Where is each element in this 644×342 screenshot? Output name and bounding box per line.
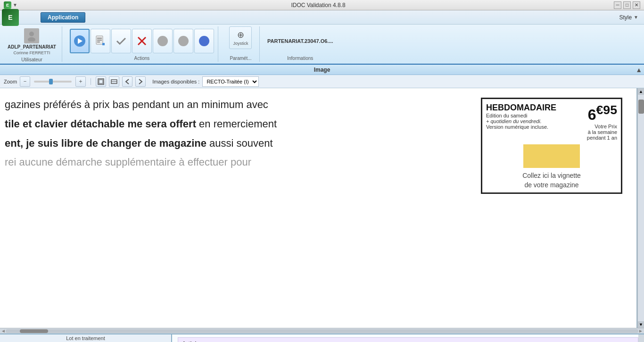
- menu-bar: E Application Style ▼: [0, 10, 644, 25]
- informations-section: PARTENARIAT.23047.O6.... Informations: [264, 26, 337, 62]
- advert-votre-prix: Votre Prix: [587, 124, 617, 129]
- reject-button[interactable]: [132, 29, 152, 53]
- fit-page-icon: [98, 78, 104, 85]
- image-section-title: Image: [314, 67, 330, 73]
- svg-point-1: [28, 37, 35, 42]
- images-available-label: Images disponibles :: [152, 79, 199, 84]
- minimize-button[interactable]: ─: [614, 1, 621, 9]
- divider1: [91, 78, 91, 85]
- image-toolbar: Zoom － ＋ Images disponibles : RECTO-Trai…: [0, 75, 644, 88]
- back-button[interactable]: [122, 76, 132, 87]
- forward-nav-icon: [137, 78, 144, 85]
- style-arrow: ▼: [634, 15, 638, 20]
- fit-width-button[interactable]: [109, 76, 119, 87]
- back-icon: [124, 78, 131, 85]
- scroll-up-button[interactable]: ▲: [638, 88, 644, 95]
- doc-line3: ent, je suis libre de changer de magazin…: [5, 136, 420, 151]
- maximize-button[interactable]: □: [623, 1, 631, 9]
- vertical-scrollbar[interactable]: ▲ ▼: [637, 88, 644, 328]
- forward-button[interactable]: [70, 29, 90, 53]
- doc-line2: tile et clavier détachable me sera offer…: [5, 117, 420, 132]
- zoom-out-button[interactable]: －: [20, 76, 30, 87]
- advert-votre-semaine: à la semaine: [587, 129, 617, 135]
- user-sub: Corinne FERRETTI: [13, 50, 50, 55]
- informations-label: Informations: [287, 56, 313, 62]
- joystick-label: Joystick: [233, 41, 248, 46]
- ribbon: ADLP_PARTENARIAT Corinne FERRETTI Utilis…: [0, 25, 644, 65]
- params-label: Paramét...: [230, 56, 251, 62]
- document-button[interactable]: [91, 29, 110, 53]
- advert-colle1: Collez ici la vignette: [486, 172, 617, 179]
- title-bar: E ▼ IDOC Validation 4.8.8 ─ □ ✕: [0, 0, 644, 10]
- advert-title: HEBDOMADAIRE: [486, 103, 556, 113]
- style-menu[interactable]: Style: [619, 14, 632, 21]
- hscroll-track[interactable]: [6, 329, 638, 333]
- zoom-slider[interactable]: [34, 81, 72, 83]
- advert-colle2: de votre magazine: [486, 181, 617, 189]
- collapse-button[interactable]: ▲: [636, 66, 642, 74]
- doc-line3-rest: aussi souvent: [206, 137, 273, 149]
- image-viewer: gazines préférés à prix bas pendant un a…: [0, 88, 637, 328]
- svg-rect-15: [99, 80, 103, 83]
- fit-width-icon: [111, 78, 117, 85]
- action-btn-3[interactable]: [194, 29, 214, 53]
- utilisateur-label: Utilisateur: [21, 57, 42, 63]
- params-section: ⊕ Joystick Paramét...: [222, 26, 260, 62]
- hscroll-thumb: [20, 329, 48, 333]
- images-select[interactable]: RECTO-Traitée (I): [202, 76, 259, 87]
- user-avatar: [24, 28, 39, 43]
- lot-header: Lot en traitement: [0, 334, 171, 342]
- svg-point-11: [157, 36, 168, 46]
- joystick-button[interactable]: ⊕ Joystick: [229, 26, 252, 49]
- close-button[interactable]: ✕: [633, 1, 640, 9]
- user-name: ADLP_PARTENARIAT: [8, 44, 56, 50]
- action-btn-2[interactable]: [173, 29, 193, 53]
- yellow-placeholder-box: [523, 144, 580, 168]
- svg-point-0: [29, 32, 34, 36]
- horizontal-scrollbar[interactable]: ◄ ►: [0, 328, 644, 334]
- advert-subtitle1: Edition du samedi: [486, 113, 556, 118]
- svg-point-13: [199, 36, 209, 46]
- advert-subtitle2: + quotidien du vendredi.: [486, 118, 556, 124]
- advert-price-euro: €: [596, 103, 603, 117]
- utilisateur-section: ADLP_PARTENARIAT Corinne FERRETTI Utilis…: [2, 26, 62, 62]
- advert-price-int: 6: [588, 106, 596, 123]
- doc-title: PARTENARIAT.23047.O6....: [267, 38, 333, 44]
- scroll-track[interactable]: [638, 95, 644, 321]
- document-content: gazines préférés à prix bas pendant un a…: [0, 88, 636, 328]
- doc-line4: rei aucune démarche supplémentaire à eff…: [5, 155, 420, 170]
- doc-line2-rest: en remerciement: [196, 118, 277, 130]
- zoom-in-button[interactable]: ＋: [75, 76, 86, 87]
- action-btn-1[interactable]: [153, 29, 173, 53]
- image-section-header: Image ▲: [0, 65, 644, 75]
- zoom-in-icon: ＋: [78, 77, 83, 85]
- scroll-thumb: [638, 100, 644, 114]
- fit-page-button[interactable]: [96, 76, 106, 87]
- doc-line3-strong: ent, je suis libre de changer de magazin…: [5, 137, 206, 149]
- zoom-label: Zoom: [4, 79, 17, 84]
- validate-button[interactable]: [111, 29, 131, 53]
- advert-subtitle3: Version numérique incluse.: [486, 124, 556, 130]
- svg-rect-5: [97, 38, 102, 39]
- hscroll-right[interactable]: ►: [638, 328, 643, 334]
- svg-point-12: [178, 36, 189, 46]
- scroll-down-button[interactable]: ▼: [638, 321, 644, 328]
- articles-section: Articles : Article 1 : 972491 MON JARDIN…: [172, 334, 644, 342]
- advertisement-box: HEBDOMADAIRE Edition du samedi + quotidi…: [481, 98, 622, 194]
- doc-line1: gazines préférés à prix bas pendant un a…: [5, 98, 420, 112]
- advert-votre-an: pendant 1 an: [587, 135, 617, 141]
- window-title: IDOC Validation 4.8.8: [23, 2, 614, 8]
- left-panel: Lot en traitement PARTENARIAT.23047.06.0…: [0, 334, 172, 342]
- svg-rect-6: [97, 40, 102, 41]
- right-scrollbar[interactable]: [638, 334, 644, 342]
- forward-nav-button[interactable]: [135, 76, 146, 87]
- bottom-panel: Lot en traitement PARTENARIAT.23047.06.0…: [0, 334, 644, 342]
- advert-price-dec: 95: [603, 103, 617, 117]
- application-menu-button[interactable]: Application: [41, 12, 85, 23]
- zoom-out-icon: －: [22, 77, 28, 85]
- zoom-thumb: [49, 79, 53, 84]
- hscroll-left[interactable]: ◄: [1, 328, 6, 334]
- svg-rect-8: [102, 43, 105, 45]
- svg-rect-7: [97, 42, 100, 42]
- right-panel: Articles : Article 1 : 972491 MON JARDIN…: [172, 334, 644, 342]
